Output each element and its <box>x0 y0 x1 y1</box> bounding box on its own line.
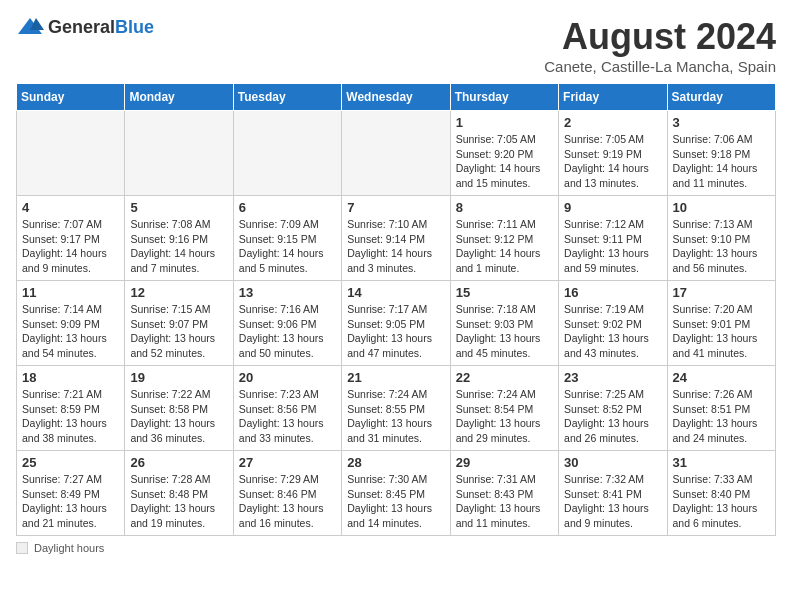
day-info: Sunrise: 7:07 AMSunset: 9:17 PMDaylight:… <box>22 217 119 276</box>
day-info: Sunrise: 7:27 AMSunset: 8:49 PMDaylight:… <box>22 472 119 531</box>
month-title: August 2024 <box>544 16 776 58</box>
day-number: 28 <box>347 455 444 470</box>
calendar-cell: 11Sunrise: 7:14 AMSunset: 9:09 PMDayligh… <box>17 281 125 366</box>
calendar-cell: 18Sunrise: 7:21 AMSunset: 8:59 PMDayligh… <box>17 366 125 451</box>
day-info: Sunrise: 7:31 AMSunset: 8:43 PMDaylight:… <box>456 472 553 531</box>
day-info: Sunrise: 7:22 AMSunset: 8:58 PMDaylight:… <box>130 387 227 446</box>
day-info: Sunrise: 7:29 AMSunset: 8:46 PMDaylight:… <box>239 472 336 531</box>
calendar-cell: 16Sunrise: 7:19 AMSunset: 9:02 PMDayligh… <box>559 281 667 366</box>
day-number: 22 <box>456 370 553 385</box>
col-friday: Friday <box>559 84 667 111</box>
day-number: 25 <box>22 455 119 470</box>
logo: GeneralBlue <box>16 16 154 38</box>
day-number: 16 <box>564 285 661 300</box>
calendar-cell: 13Sunrise: 7:16 AMSunset: 9:06 PMDayligh… <box>233 281 341 366</box>
day-number: 7 <box>347 200 444 215</box>
day-number: 23 <box>564 370 661 385</box>
day-info: Sunrise: 7:06 AMSunset: 9:18 PMDaylight:… <box>673 132 770 191</box>
day-info: Sunrise: 7:16 AMSunset: 9:06 PMDaylight:… <box>239 302 336 361</box>
col-tuesday: Tuesday <box>233 84 341 111</box>
day-info: Sunrise: 7:21 AMSunset: 8:59 PMDaylight:… <box>22 387 119 446</box>
week-row-3: 18Sunrise: 7:21 AMSunset: 8:59 PMDayligh… <box>17 366 776 451</box>
calendar-cell <box>342 111 450 196</box>
day-info: Sunrise: 7:33 AMSunset: 8:40 PMDaylight:… <box>673 472 770 531</box>
calendar-cell: 17Sunrise: 7:20 AMSunset: 9:01 PMDayligh… <box>667 281 775 366</box>
col-monday: Monday <box>125 84 233 111</box>
day-number: 5 <box>130 200 227 215</box>
calendar-table: Sunday Monday Tuesday Wednesday Thursday… <box>16 83 776 536</box>
calendar-cell: 29Sunrise: 7:31 AMSunset: 8:43 PMDayligh… <box>450 451 558 536</box>
logo-general: General <box>48 17 115 37</box>
calendar-cell: 7Sunrise: 7:10 AMSunset: 9:14 PMDaylight… <box>342 196 450 281</box>
week-row-4: 25Sunrise: 7:27 AMSunset: 8:49 PMDayligh… <box>17 451 776 536</box>
calendar-cell: 8Sunrise: 7:11 AMSunset: 9:12 PMDaylight… <box>450 196 558 281</box>
day-info: Sunrise: 7:17 AMSunset: 9:05 PMDaylight:… <box>347 302 444 361</box>
day-info: Sunrise: 7:05 AMSunset: 9:20 PMDaylight:… <box>456 132 553 191</box>
day-number: 12 <box>130 285 227 300</box>
day-number: 6 <box>239 200 336 215</box>
day-info: Sunrise: 7:15 AMSunset: 9:07 PMDaylight:… <box>130 302 227 361</box>
day-info: Sunrise: 7:13 AMSunset: 9:10 PMDaylight:… <box>673 217 770 276</box>
footer-note: Daylight hours <box>16 542 776 554</box>
day-info: Sunrise: 7:30 AMSunset: 8:45 PMDaylight:… <box>347 472 444 531</box>
calendar-cell: 14Sunrise: 7:17 AMSunset: 9:05 PMDayligh… <box>342 281 450 366</box>
day-number: 27 <box>239 455 336 470</box>
calendar-cell: 6Sunrise: 7:09 AMSunset: 9:15 PMDaylight… <box>233 196 341 281</box>
day-number: 19 <box>130 370 227 385</box>
day-number: 18 <box>22 370 119 385</box>
calendar-cell: 31Sunrise: 7:33 AMSunset: 8:40 PMDayligh… <box>667 451 775 536</box>
day-number: 11 <box>22 285 119 300</box>
day-number: 15 <box>456 285 553 300</box>
calendar-cell: 10Sunrise: 7:13 AMSunset: 9:10 PMDayligh… <box>667 196 775 281</box>
day-number: 14 <box>347 285 444 300</box>
day-info: Sunrise: 7:05 AMSunset: 9:19 PMDaylight:… <box>564 132 661 191</box>
title-area: August 2024 Canete, Castille-La Mancha, … <box>544 16 776 75</box>
calendar-cell <box>233 111 341 196</box>
day-info: Sunrise: 7:24 AMSunset: 8:54 PMDaylight:… <box>456 387 553 446</box>
day-number: 30 <box>564 455 661 470</box>
week-row-0: 1Sunrise: 7:05 AMSunset: 9:20 PMDaylight… <box>17 111 776 196</box>
calendar-cell: 15Sunrise: 7:18 AMSunset: 9:03 PMDayligh… <box>450 281 558 366</box>
calendar-cell: 30Sunrise: 7:32 AMSunset: 8:41 PMDayligh… <box>559 451 667 536</box>
day-info: Sunrise: 7:24 AMSunset: 8:55 PMDaylight:… <box>347 387 444 446</box>
day-number: 26 <box>130 455 227 470</box>
col-thursday: Thursday <box>450 84 558 111</box>
day-info: Sunrise: 7:19 AMSunset: 9:02 PMDaylight:… <box>564 302 661 361</box>
day-number: 9 <box>564 200 661 215</box>
col-sunday: Sunday <box>17 84 125 111</box>
calendar-cell: 4Sunrise: 7:07 AMSunset: 9:17 PMDaylight… <box>17 196 125 281</box>
footer-dot <box>16 542 28 554</box>
day-number: 1 <box>456 115 553 130</box>
day-number: 20 <box>239 370 336 385</box>
calendar-cell: 20Sunrise: 7:23 AMSunset: 8:56 PMDayligh… <box>233 366 341 451</box>
calendar-cell: 21Sunrise: 7:24 AMSunset: 8:55 PMDayligh… <box>342 366 450 451</box>
day-info: Sunrise: 7:25 AMSunset: 8:52 PMDaylight:… <box>564 387 661 446</box>
calendar-cell: 5Sunrise: 7:08 AMSunset: 9:16 PMDaylight… <box>125 196 233 281</box>
calendar-cell: 25Sunrise: 7:27 AMSunset: 8:49 PMDayligh… <box>17 451 125 536</box>
day-info: Sunrise: 7:10 AMSunset: 9:14 PMDaylight:… <box>347 217 444 276</box>
day-number: 31 <box>673 455 770 470</box>
day-info: Sunrise: 7:14 AMSunset: 9:09 PMDaylight:… <box>22 302 119 361</box>
day-number: 21 <box>347 370 444 385</box>
day-number: 10 <box>673 200 770 215</box>
calendar-cell: 2Sunrise: 7:05 AMSunset: 9:19 PMDaylight… <box>559 111 667 196</box>
day-info: Sunrise: 7:23 AMSunset: 8:56 PMDaylight:… <box>239 387 336 446</box>
location-subtitle: Canete, Castille-La Mancha, Spain <box>544 58 776 75</box>
day-info: Sunrise: 7:28 AMSunset: 8:48 PMDaylight:… <box>130 472 227 531</box>
week-row-2: 11Sunrise: 7:14 AMSunset: 9:09 PMDayligh… <box>17 281 776 366</box>
calendar-cell: 1Sunrise: 7:05 AMSunset: 9:20 PMDaylight… <box>450 111 558 196</box>
day-info: Sunrise: 7:09 AMSunset: 9:15 PMDaylight:… <box>239 217 336 276</box>
col-saturday: Saturday <box>667 84 775 111</box>
calendar-cell: 9Sunrise: 7:12 AMSunset: 9:11 PMDaylight… <box>559 196 667 281</box>
calendar-cell: 27Sunrise: 7:29 AMSunset: 8:46 PMDayligh… <box>233 451 341 536</box>
day-number: 24 <box>673 370 770 385</box>
header-row: Sunday Monday Tuesday Wednesday Thursday… <box>17 84 776 111</box>
day-info: Sunrise: 7:11 AMSunset: 9:12 PMDaylight:… <box>456 217 553 276</box>
day-number: 2 <box>564 115 661 130</box>
day-number: 3 <box>673 115 770 130</box>
calendar-cell: 23Sunrise: 7:25 AMSunset: 8:52 PMDayligh… <box>559 366 667 451</box>
calendar-cell: 22Sunrise: 7:24 AMSunset: 8:54 PMDayligh… <box>450 366 558 451</box>
calendar-cell: 24Sunrise: 7:26 AMSunset: 8:51 PMDayligh… <box>667 366 775 451</box>
logo-icon <box>16 16 44 38</box>
day-number: 4 <box>22 200 119 215</box>
